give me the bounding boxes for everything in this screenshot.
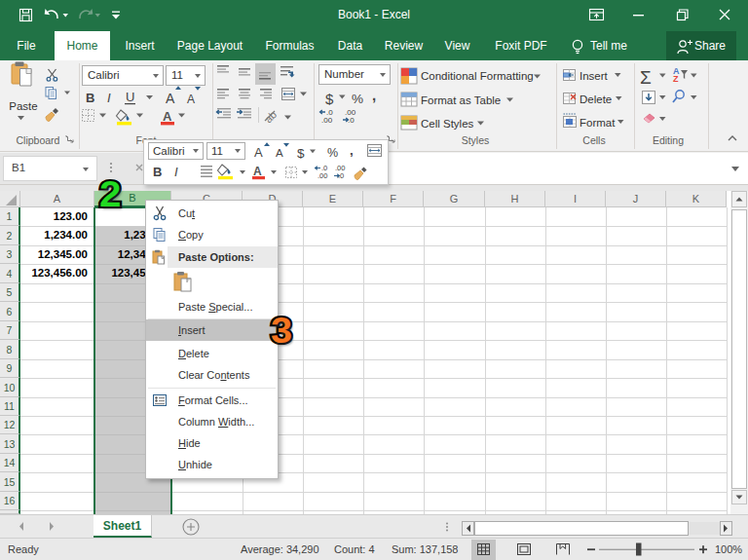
svg-text:$: $: [325, 91, 334, 107]
svg-text:,: ,: [350, 143, 354, 158]
svg-text:%: %: [327, 146, 338, 160]
svg-text:,: ,: [372, 87, 376, 103]
svg-text:$: $: [297, 146, 305, 161]
svg-text:I: I: [107, 91, 111, 105]
svg-text:.00: .00: [318, 171, 327, 180]
svg-text:Z: Z: [673, 74, 679, 84]
svg-text:I: I: [174, 165, 178, 179]
svg-text:%: %: [352, 92, 363, 106]
svg-text:.0: .0: [348, 116, 355, 125]
svg-text:A: A: [166, 91, 175, 106]
svg-text:B: B: [153, 165, 162, 179]
svg-text:B: B: [86, 91, 94, 105]
svg-text:U: U: [126, 90, 134, 104]
svg-text:ab: ab: [262, 108, 279, 125]
svg-text:.00: .00: [321, 116, 333, 125]
svg-text:A: A: [187, 93, 195, 106]
svg-text:A: A: [163, 109, 172, 124]
svg-text:A: A: [253, 165, 262, 178]
svg-text:Σ: Σ: [640, 67, 652, 88]
svg-text:A: A: [276, 147, 283, 159]
svg-text:A: A: [254, 145, 263, 160]
